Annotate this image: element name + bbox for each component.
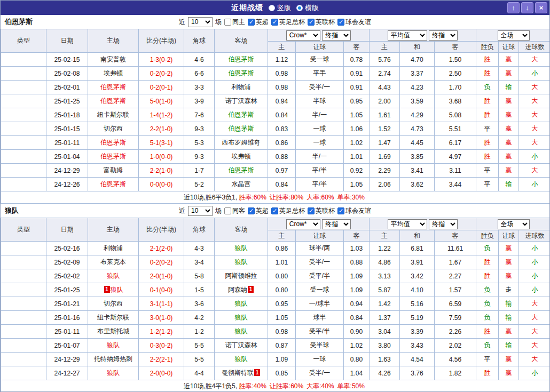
score-halftime[interactable]: 5-0(1-0) — [139, 94, 184, 108]
score-halftime[interactable]: 2-2(1-0) — [139, 122, 184, 136]
league-checkbox-friendly[interactable]: 球会友谊 — [337, 206, 371, 215]
home-team[interactable]: 伯恩茅斯 — [88, 136, 139, 150]
away-team[interactable]: 狼队 — [215, 255, 268, 269]
avg-away: 6.59 — [435, 297, 476, 311]
home-team[interactable]: 纽卡斯尔联 — [88, 108, 139, 122]
league-checkbox-efl-cup[interactable]: 英联杯 — [308, 206, 335, 215]
away-team[interactable]: 阿斯顿维拉 — [215, 269, 268, 283]
checkbox-checked-icon — [308, 19, 315, 26]
score-halftime[interactable]: 0-2(0-2) — [139, 67, 184, 81]
score-halftime[interactable]: 1-0(0-0) — [139, 150, 184, 164]
away-team[interactable]: 伯恩茅斯 — [215, 67, 268, 81]
home-team[interactable]: 切尔西 — [88, 122, 139, 136]
average-stage-select[interactable]: 终指 — [429, 30, 458, 41]
home-team[interactable]: 狼队 — [88, 366, 139, 380]
score-halftime[interactable]: 3-1(1-1) — [139, 297, 184, 311]
away-team[interactable]: 诺丁汉森林 — [215, 94, 268, 108]
result-goals: 大 — [519, 94, 550, 108]
score-halftime[interactable]: 1-3(0-2) — [139, 53, 184, 67]
move-up-button[interactable]: ↑ — [507, 2, 520, 13]
away-team[interactable]: 伯恩茅斯 — [215, 122, 268, 136]
away-team[interactable]: 伯恩茅斯 — [215, 164, 268, 178]
score-halftime[interactable]: 2-2(1-0) — [139, 164, 184, 178]
move-down-button[interactable]: ↓ — [521, 2, 533, 13]
home-team[interactable]: 纽卡斯尔联 — [88, 311, 139, 325]
match-row: 英超25-01-251狼队0-1(0-0)1-5阿森纳10.80受一球1.095… — [1, 283, 550, 297]
league-checkbox-friendly[interactable]: 球会友谊 — [337, 18, 371, 27]
scope-select[interactable]: 全场 — [498, 30, 530, 41]
odds-handicap: 一/球半 — [296, 297, 344, 311]
home-team[interactable]: 埃弗顿 — [88, 67, 139, 81]
home-team[interactable]: 狼队 — [88, 269, 139, 283]
away-team[interactable]: 阿森纳1 — [215, 283, 268, 297]
home-team[interactable]: 富勒姆 — [88, 164, 139, 178]
home-team[interactable]: 伯恩茅斯 — [88, 81, 139, 94]
away-team[interactable]: 伯恩茅斯 — [215, 53, 268, 67]
home-team[interactable]: 狼队 — [88, 339, 139, 353]
league-checkbox-fa-cup[interactable]: 英足总杯 — [271, 18, 305, 27]
away-team[interactable]: 狼队 — [215, 297, 268, 311]
score-halftime[interactable]: 2-1(2-0) — [139, 242, 184, 255]
col-type: 类型 — [1, 29, 46, 53]
score-halftime[interactable]: 0-2(0-2) — [139, 255, 184, 269]
league-checkbox-premier-league[interactable]: 英超 — [248, 18, 269, 27]
away-team[interactable]: 曼彻斯特联1 — [215, 366, 268, 380]
home-team[interactable]: 伯恩茅斯 — [88, 150, 139, 164]
score-halftime[interactable]: 0-3(0-2) — [139, 339, 184, 353]
score-halftime[interactable]: 2-0(1-0) — [139, 269, 184, 283]
odds-company-select[interactable]: Crow* — [286, 30, 320, 41]
away-team[interactable]: 狼队 — [215, 325, 268, 339]
league-checkbox-fa-cup[interactable]: 英足总杯 — [271, 206, 305, 215]
away-team[interactable]: 狼队 — [215, 311, 268, 325]
score-halftime[interactable]: 3-0(1-0) — [139, 311, 184, 325]
average-stage-select[interactable]: 终指 — [429, 219, 458, 229]
result-wdl: 胜 — [476, 108, 499, 122]
score-halftime[interactable]: 0-0(0-0) — [139, 178, 184, 191]
scope-select[interactable]: 全场 — [498, 219, 530, 229]
odds-company-select[interactable]: Crow* — [286, 219, 320, 229]
close-button[interactable]: × — [535, 2, 547, 13]
score-halftime[interactable]: 1-2(1-2) — [139, 325, 184, 339]
away-team[interactable]: 埃弗顿 — [215, 150, 268, 164]
away-team[interactable]: 伯恩茅斯 — [215, 108, 268, 122]
home-team[interactable]: 南安普敦 — [88, 53, 139, 67]
home-team[interactable]: 布里斯托城 — [88, 325, 139, 339]
layout-radio-horizontal[interactable]: 横版 — [296, 3, 319, 13]
away-team[interactable]: 诺丁汉森林 — [215, 339, 268, 353]
radio-selected-icon — [296, 5, 303, 11]
away-team[interactable]: 西布罗姆维奇 — [215, 136, 268, 150]
home-team[interactable]: 伯恩茅斯 — [88, 94, 139, 108]
match-count-select[interactable]: 10 — [188, 17, 213, 27]
score-halftime[interactable]: 1-4(1-2) — [139, 108, 184, 122]
avg-home: 1.61 — [370, 108, 400, 122]
home-team[interactable]: 托特纳姆热刺 — [88, 353, 139, 366]
match-count-select[interactable]: 10 — [188, 206, 213, 216]
score-halftime[interactable]: 2-2(2-1) — [139, 353, 184, 366]
match-row: 英超25-01-18纽卡斯尔联1-4(1-2)7-6伯恩茅斯0.84半/一1.0… — [1, 108, 550, 122]
average-select[interactable]: 平均值 — [388, 219, 427, 229]
home-team[interactable]: 切尔西 — [88, 297, 139, 311]
away-team[interactable]: 水晶宫 — [215, 178, 268, 191]
away-team[interactable]: 狼队 — [215, 242, 268, 255]
away-team[interactable]: 利物浦 — [215, 81, 268, 94]
home-team[interactable]: 伯恩茅斯 — [88, 178, 139, 191]
odds-stage-select[interactable]: 终指 — [322, 219, 351, 229]
same-venue-checkbox[interactable]: 同客 — [224, 206, 245, 215]
score-halftime[interactable]: 5-1(3-1) — [139, 136, 184, 150]
score-halftime[interactable]: 0-1(0-0) — [139, 283, 184, 297]
odds-stage-select[interactable]: 终指 — [322, 30, 351, 41]
away-team[interactable]: 狼队 — [215, 353, 268, 366]
layout-radio-vertical[interactable]: 竖版 — [269, 3, 291, 13]
col-handicap-result: 让球 — [499, 230, 519, 242]
home-team[interactable]: 利物浦 — [88, 242, 139, 255]
league-checkbox-premier-league[interactable]: 英超 — [248, 206, 269, 215]
league-checkbox-efl-cup[interactable]: 英联杯 — [308, 18, 335, 27]
home-team[interactable]: 布莱克本 — [88, 255, 139, 269]
average-select[interactable]: 平均值 — [388, 30, 427, 41]
match-row: 英超25-01-21切尔西3-1(1-1)3-6狼队0.95一/球半0.941.… — [1, 297, 550, 311]
odds-away: 0.91 — [344, 67, 370, 81]
same-venue-checkbox[interactable]: 同主 — [224, 18, 245, 27]
score-halftime[interactable]: 2-0(0-0) — [139, 366, 184, 380]
score-halftime[interactable]: 0-2(0-1) — [139, 81, 184, 94]
home-team[interactable]: 1狼队 — [88, 283, 139, 297]
